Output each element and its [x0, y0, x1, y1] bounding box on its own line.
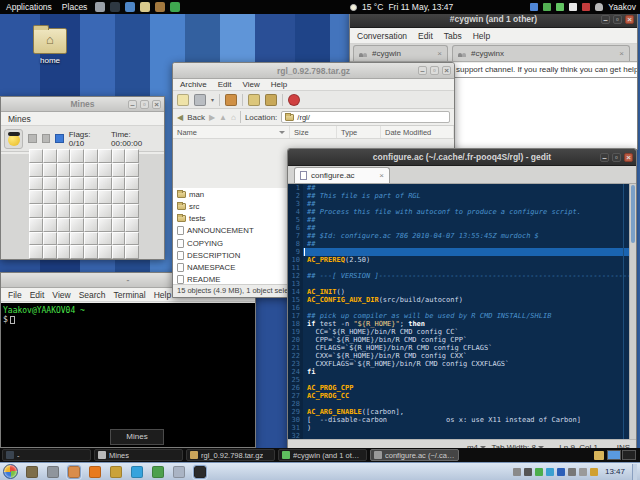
mine-cell[interactable] — [125, 204, 139, 218]
mine-cell[interactable] — [112, 163, 126, 177]
menu-item[interactable]: Edit — [30, 290, 45, 300]
ide-icon[interactable] — [152, 466, 164, 478]
code-line[interactable]: 30[ --disable-carbon os x: use X11 inste… — [288, 416, 636, 424]
mine-cell[interactable] — [84, 149, 98, 163]
menu-item[interactable]: Help — [154, 290, 171, 300]
menu-mines[interactable]: Mines — [8, 114, 31, 124]
mine-cell[interactable] — [43, 218, 57, 232]
mine-cell[interactable] — [112, 245, 126, 259]
mine-cell[interactable] — [98, 177, 112, 191]
code-line[interactable]: 19 CC=`${R_HOME}/bin/R CMD config CC` — [288, 328, 636, 336]
close-icon[interactable] — [442, 66, 451, 75]
code-line[interactable]: 1## — [288, 184, 636, 192]
mine-cell[interactable] — [98, 204, 112, 218]
mine-cell[interactable] — [57, 163, 71, 177]
mine-cell[interactable] — [98, 218, 112, 232]
tray-update-icon[interactable] — [590, 468, 598, 476]
code-line[interactable]: 10AC_PREREQ(2.50) — [288, 256, 636, 264]
column-type[interactable]: Type — [337, 126, 381, 138]
maximize-icon[interactable] — [613, 15, 622, 24]
mine-cell[interactable] — [57, 218, 71, 232]
menu-item[interactable]: Conversation — [357, 31, 407, 41]
extract-icon[interactable] — [225, 94, 237, 106]
code-line[interactable]: 6## — [288, 224, 636, 232]
menu-item[interactable]: Archive — [180, 80, 207, 89]
mine-cell[interactable] — [70, 245, 84, 259]
minimize-icon[interactable] — [601, 15, 610, 24]
code-line[interactable]: 28 — [288, 400, 636, 408]
vertical-scrollbar[interactable] — [629, 184, 636, 439]
tab-cygwinx[interactable]: #cygwinx — [452, 45, 630, 61]
skype-icon[interactable] — [131, 466, 143, 478]
minimize-icon[interactable] — [600, 153, 609, 162]
add-files-icon[interactable] — [248, 94, 260, 106]
code-line[interactable]: 13 — [288, 280, 636, 288]
mine-cell[interactable] — [57, 177, 71, 191]
mine-cell[interactable] — [43, 177, 57, 191]
code-line[interactable]: 7## $Id: configure.ac 786 2010-04-07 13:… — [288, 232, 636, 240]
mine-cell[interactable] — [112, 190, 126, 204]
tray-network-icon[interactable] — [568, 468, 576, 476]
window-list-entry[interactable]: Mines — [94, 449, 183, 461]
mine-cell[interactable] — [125, 149, 139, 163]
add-folder-icon[interactable] — [265, 94, 277, 106]
tab-close-icon[interactable] — [619, 49, 624, 58]
code-line[interactable]: 24fi — [288, 368, 636, 376]
mine-cell[interactable] — [125, 190, 139, 204]
column-date[interactable]: Date Modified — [381, 126, 454, 138]
code-line[interactable]: 2## This file is part of RGL — [288, 192, 636, 200]
mine-cell[interactable] — [29, 149, 43, 163]
mine-cell[interactable] — [43, 232, 57, 246]
code-line[interactable]: 27AC_PROG_CC — [288, 392, 636, 400]
mine-cell[interactable] — [112, 218, 126, 232]
menu-item[interactable]: Help — [271, 80, 287, 89]
minimize-icon[interactable] — [128, 100, 137, 109]
code-line[interactable]: 11 — [288, 264, 636, 272]
mines-titlebar[interactable]: Mines — [1, 97, 164, 112]
window-list-entry[interactable]: #cygwin (and 1 other) — [278, 449, 367, 461]
code-line[interactable]: 26AC_PROG_CPP — [288, 384, 636, 392]
code-line[interactable]: 8## — [288, 240, 636, 248]
menu-item[interactable]: Terminal — [114, 290, 146, 300]
close-icon[interactable] — [152, 100, 161, 109]
hint-icon[interactable] — [28, 134, 37, 143]
code-line[interactable]: 20 CPP=`${R_HOME}/bin/R CMD config CPP` — [288, 336, 636, 344]
mine-cell[interactable] — [98, 190, 112, 204]
scrollbar-thumb[interactable] — [631, 185, 635, 243]
maximize-icon[interactable] — [140, 100, 149, 109]
pause-icon[interactable] — [42, 134, 51, 143]
gedit-titlebar[interactable]: configure.ac (~/.cache/.fr-pooq4S/rgl) -… — [288, 149, 636, 166]
applications-menu[interactable]: Applications — [4, 2, 54, 12]
browser-launcher-icon[interactable] — [125, 2, 135, 12]
xserver-icon[interactable] — [194, 466, 206, 478]
maximize-icon[interactable] — [430, 66, 439, 75]
tray-shield-icon[interactable] — [579, 468, 587, 476]
code-line[interactable]: 14AC_INIT() — [288, 288, 636, 296]
mine-cell[interactable] — [43, 163, 57, 177]
user-menu[interactable]: Yaakov — [608, 2, 636, 12]
menu-item[interactable]: Tabs — [444, 31, 462, 41]
column-name[interactable]: Name — [173, 126, 290, 138]
new-game-smiley-button[interactable] — [4, 129, 23, 149]
mine-cell[interactable] — [70, 190, 84, 204]
column-size[interactable]: Size — [290, 126, 337, 138]
code-line[interactable]: 5## — [288, 216, 636, 224]
mine-cell[interactable] — [84, 163, 98, 177]
mine-cell[interactable] — [43, 204, 57, 218]
mine-cell[interactable] — [125, 218, 139, 232]
tray-bluetooth-icon[interactable] — [557, 468, 565, 476]
mine-cell[interactable] — [57, 204, 71, 218]
mine-cell[interactable] — [125, 232, 139, 246]
mine-cell[interactable] — [43, 245, 57, 259]
explorer-icon[interactable] — [26, 466, 38, 478]
code-line[interactable]: 15AC_CONFIG_AUX_DIR(src/build/autoconf) — [288, 296, 636, 304]
menu-item[interactable]: Edit — [418, 31, 433, 41]
mine-cell[interactable] — [43, 149, 57, 163]
tray-sync-icon[interactable] — [535, 468, 543, 476]
messenger-icon[interactable] — [556, 3, 564, 11]
open-dropdown-icon[interactable]: ▾ — [211, 96, 214, 103]
code-line[interactable]: 9 — [288, 248, 636, 256]
back-button-label[interactable]: Back — [187, 113, 205, 122]
battery-icon[interactable] — [543, 3, 551, 11]
app-icon[interactable] — [47, 466, 59, 478]
